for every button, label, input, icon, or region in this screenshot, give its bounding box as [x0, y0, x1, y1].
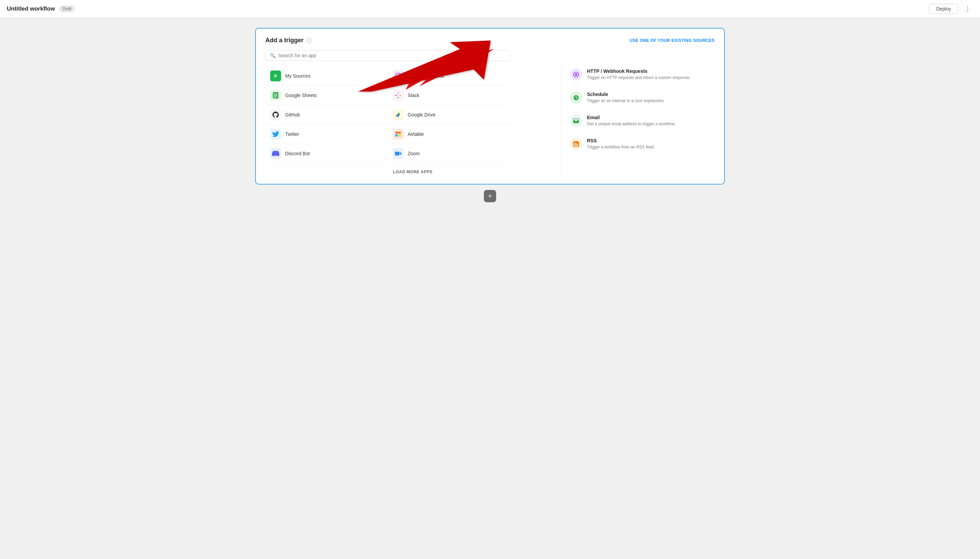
app-item-airtable[interactable]: Airtable: [388, 125, 510, 144]
app-columns: P My Sources Google Sheets GitHub Twitte…: [266, 66, 510, 164]
app-item-google-sheets[interactable]: Google Sheets: [266, 86, 388, 105]
add-step-button[interactable]: +: [484, 190, 496, 202]
plus-btn-container: +: [484, 190, 496, 202]
app-item-label-twitter: Twitter: [285, 131, 299, 137]
app-item-twitter[interactable]: Twitter: [266, 125, 388, 144]
search-bar: 🔍: [266, 50, 510, 61]
trigger-option-text-rss: RSS Trigger a workflow from an RSS feed.: [587, 138, 655, 150]
app-item-google-drive[interactable]: Google Drive: [388, 105, 510, 125]
svg-rect-15: [395, 134, 398, 137]
schedule-icon: [570, 92, 582, 104]
trigger-option-schedule[interactable]: Schedule Trigger on an interval or a cro…: [567, 89, 714, 106]
header-right: Deploy ⋮: [929, 3, 973, 14]
app-item-label-discord-bot: Discord Bot: [285, 151, 310, 156]
app-header: Untitled workflow Draft Deploy ⋮: [0, 0, 980, 18]
app-item-label-google-drive: Google Drive: [408, 112, 436, 117]
svg-rect-7: [274, 97, 276, 98]
info-icon[interactable]: i: [306, 38, 312, 43]
trigger-option-desc-email: Get a unique email address to trigger a …: [587, 121, 675, 127]
rss-icon: [570, 138, 582, 150]
trigger-title: Add a trigger: [266, 37, 304, 44]
trigger-options-panel: HTTP / Webhook Requests Trigger on HTTP …: [560, 66, 714, 177]
email-icon: [570, 115, 582, 127]
app-item-slack[interactable]: Slack: [388, 86, 510, 105]
load-more-button[interactable]: LOAD MORE APPS: [266, 167, 560, 177]
svg-rect-6: [274, 96, 278, 96]
svg-rect-17: [395, 152, 399, 155]
draft-badge: Draft: [59, 5, 75, 12]
app-item-label-github: GitHub: [285, 112, 300, 117]
trigger-title-row: Add a trigger i: [266, 37, 312, 44]
trigger-option-http-webhook-requests[interactable]: HTTP / Webhook Requests Trigger on HTTP …: [567, 66, 714, 83]
app-item-discord-bot[interactable]: Discord Bot: [266, 144, 388, 164]
svg-rect-4: [274, 94, 278, 94]
app-item-label-airtable: Airtable: [408, 131, 424, 137]
app-item-label-http-webhook: HTTP / Webhook: [408, 73, 444, 79]
use-existing-sources-link[interactable]: USE ONE OF YOUR EXISTING SOURCES: [630, 38, 714, 43]
svg-rect-16: [398, 134, 401, 137]
trigger-option-rss[interactable]: RSS Trigger a workflow from an RSS feed.: [567, 136, 714, 152]
svg-rect-11: [398, 97, 399, 98]
svg-rect-14: [395, 132, 401, 134]
svg-point-19: [575, 74, 577, 76]
trigger-option-title-rss: RSS: [587, 138, 655, 143]
app-col-left: P My Sources Google Sheets GitHub Twitte…: [266, 66, 388, 164]
svg-rect-12: [400, 95, 401, 96]
app-item-label-my-sources: My Sources: [285, 73, 310, 79]
trigger-option-text-http-webhook-requests: HTTP / Webhook Requests Trigger on HTTP …: [587, 68, 690, 81]
app-item-http-webhook[interactable]: HTTP / Webhook: [388, 66, 510, 86]
trigger-option-desc-http-webhook-requests: Trigger on HTTP requests and return a cu…: [587, 75, 690, 81]
app-item-label-zoom: Zoom: [408, 151, 420, 156]
svg-point-23: [574, 145, 575, 146]
svg-rect-9: [395, 95, 397, 96]
card-body: P My Sources Google Sheets GitHub Twitte…: [266, 66, 714, 177]
more-options-icon[interactable]: ⋮: [962, 3, 973, 14]
trigger-option-title-schedule: Schedule: [587, 92, 665, 97]
trigger-option-title-http-webhook-requests: HTTP / Webhook Requests: [587, 68, 690, 74]
app-item-my-sources[interactable]: P My Sources: [266, 66, 388, 86]
main-content: Add a trigger i USE ONE OF YOUR EXISTING…: [0, 18, 980, 212]
trigger-header: Add a trigger i USE ONE OF YOUR EXISTING…: [266, 37, 714, 44]
app-item-label-google-sheets: Google Sheets: [285, 93, 317, 98]
app-list-section: P My Sources Google Sheets GitHub Twitte…: [266, 66, 560, 177]
workflow-title: Untitled workflow: [7, 5, 55, 12]
app-col-right: HTTP / Webhook Slack Google Drive Airtab…: [388, 66, 510, 164]
plus-icon: +: [488, 192, 492, 200]
trigger-option-text-email: Email Get a unique email address to trig…: [587, 115, 675, 127]
app-item-zoom[interactable]: Zoom: [388, 144, 510, 164]
trigger-option-desc-schedule: Trigger on an interval or a cron express…: [587, 98, 665, 104]
trigger-option-desc-rss: Trigger a workflow from an RSS feed.: [587, 144, 655, 150]
trigger-option-email[interactable]: Email Get a unique email address to trig…: [567, 113, 714, 129]
deploy-button[interactable]: Deploy: [929, 4, 958, 14]
search-icon: 🔍: [270, 53, 276, 58]
svg-rect-13: [398, 95, 399, 96]
app-item-label-slack: Slack: [408, 93, 419, 98]
trigger-option-title-email: Email: [587, 115, 675, 120]
trigger-option-text-schedule: Schedule Trigger on an interval or a cro…: [587, 92, 665, 104]
svg-rect-5: [274, 95, 278, 95]
trigger-card: Add a trigger i USE ONE OF YOUR EXISTING…: [255, 28, 725, 185]
webhook-icon: [570, 68, 582, 81]
search-input[interactable]: [278, 53, 506, 58]
svg-rect-10: [398, 93, 399, 94]
header-left: Untitled workflow Draft: [7, 5, 75, 12]
app-item-github[interactable]: GitHub: [266, 105, 388, 125]
